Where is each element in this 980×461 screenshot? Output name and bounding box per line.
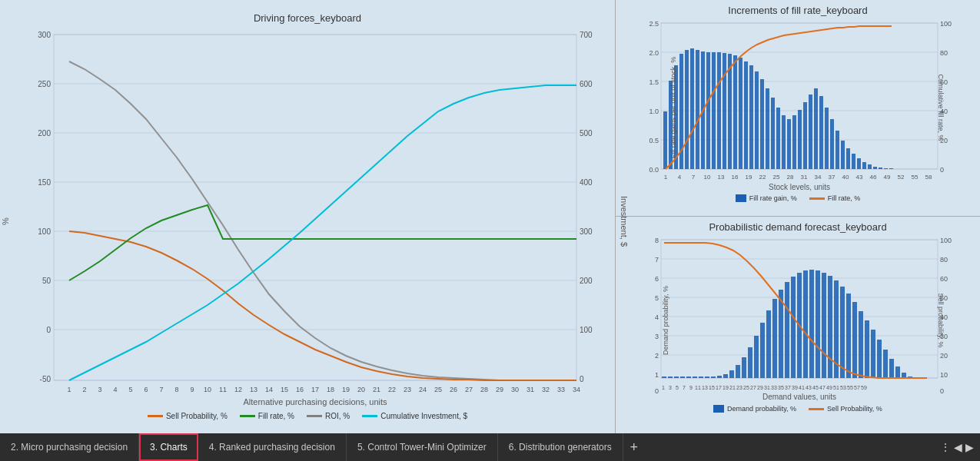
svg-text:16: 16	[732, 174, 739, 181]
svg-text:300: 300	[38, 31, 51, 39]
svg-text:400: 400	[580, 178, 593, 187]
tab-next-icon[interactable]: ▶	[965, 441, 974, 453]
svg-text:14: 14	[265, 386, 273, 393]
svg-text:0.0: 0.0	[649, 166, 659, 174]
tab-charts[interactable]: 3. Charts	[139, 433, 198, 461]
svg-text:25: 25	[434, 386, 442, 393]
legend-sell-prob-line: Sell Probability, %	[809, 405, 882, 413]
svg-rect-231	[846, 294, 851, 378]
svg-text:39: 39	[792, 385, 798, 390]
svg-text:13: 13	[250, 386, 257, 393]
svg-text:8: 8	[174, 386, 178, 393]
svg-rect-204	[680, 376, 685, 378]
svg-rect-215	[748, 347, 752, 378]
svg-text:57: 57	[854, 385, 860, 390]
svg-rect-121	[776, 108, 780, 169]
svg-text:15: 15	[709, 385, 715, 390]
tab-bar: 2. Micro purchasing decision 3. Charts 4…	[0, 433, 980, 461]
svg-rect-122	[782, 115, 786, 169]
svg-text:55: 55	[847, 385, 853, 390]
left-y-label-left: %	[1, 217, 10, 225]
svg-text:19: 19	[342, 386, 350, 393]
svg-text:17: 17	[311, 386, 319, 393]
svg-rect-141	[884, 168, 888, 169]
svg-text:50: 50	[42, 277, 51, 285]
svg-rect-216	[754, 336, 759, 378]
svg-rect-210	[717, 376, 722, 378]
svg-text:2.5: 2.5	[649, 20, 659, 28]
svg-rect-225	[809, 270, 814, 378]
right-bottom-title: Probabilistic demand forecast_keyboard	[620, 221, 976, 233]
svg-text:100: 100	[580, 326, 593, 334]
svg-text:34: 34	[815, 174, 822, 181]
svg-text:0.5: 0.5	[649, 137, 659, 144]
svg-rect-235	[871, 330, 875, 378]
tab-ranked-purchasing[interactable]: 4. Ranked purchasing decision	[198, 433, 347, 461]
left-chart-svg: 300 250 200 150 100 50 0 -50 700 600 500…	[23, 27, 607, 415]
tab-add-button[interactable]: +	[623, 436, 645, 458]
tab-nav-icons: ⋮ ◀ ▶	[940, 441, 980, 453]
svg-text:700: 700	[580, 31, 593, 39]
right-bottom-legend: Demand probability, % Sell Probability, …	[620, 405, 976, 413]
right-bottom-y-left: Demand probability, %	[662, 274, 669, 366]
svg-rect-109	[712, 52, 716, 169]
svg-rect-135	[852, 154, 855, 169]
svg-text:0: 0	[940, 387, 944, 395]
svg-text:31: 31	[764, 385, 770, 390]
svg-text:5: 5	[128, 386, 132, 393]
svg-text:Demand values, units: Demand values, units	[762, 393, 836, 401]
svg-rect-110	[717, 52, 721, 169]
svg-rect-100	[663, 111, 667, 169]
svg-text:23: 23	[736, 385, 742, 390]
svg-text:53: 53	[840, 385, 846, 390]
tab-distribution-generators[interactable]: 6. Distribution generators	[498, 433, 623, 461]
tab-micro-purchasing[interactable]: 2. Micro purchasing decision	[0, 433, 139, 461]
tab-prev-icon[interactable]: ◀	[954, 441, 962, 453]
svg-rect-115	[744, 61, 748, 169]
svg-rect-124	[792, 115, 796, 169]
svg-text:150: 150	[38, 178, 51, 187]
svg-rect-211	[723, 374, 728, 378]
svg-rect-206	[693, 376, 697, 378]
svg-text:31: 31	[527, 386, 534, 393]
svg-text:10: 10	[940, 371, 948, 379]
left-chart-title: Driving forces_keyboard	[4, 12, 611, 24]
right-bottom-svg: 8 7 6 5 4 3 2 1 0 100 80 60	[638, 236, 968, 405]
svg-text:19: 19	[723, 385, 729, 390]
svg-text:29: 29	[757, 385, 763, 390]
svg-text:4: 4	[655, 313, 659, 321]
right-panel: Increments of fill rate_keyboard Fill ra…	[615, 0, 980, 433]
svg-rect-238	[889, 359, 894, 378]
svg-rect-132	[835, 131, 839, 169]
svg-rect-226	[816, 270, 820, 378]
svg-rect-128	[814, 88, 818, 169]
svg-text:23: 23	[404, 386, 411, 393]
svg-text:21: 21	[373, 386, 380, 393]
svg-rect-230	[840, 287, 845, 378]
svg-text:1: 1	[655, 371, 659, 379]
tab-control-tower[interactable]: 5. Control Tower-Mini Optimizer	[347, 433, 498, 461]
svg-text:200: 200	[38, 129, 51, 138]
svg-text:11: 11	[695, 385, 701, 390]
svg-text:-50: -50	[40, 375, 51, 383]
svg-rect-201	[662, 376, 666, 378]
svg-text:41: 41	[799, 385, 805, 390]
svg-rect-108	[706, 52, 710, 169]
svg-text:0: 0	[940, 166, 944, 174]
tab-more-icon[interactable]: ⋮	[940, 441, 951, 453]
svg-text:Alternative purchasing decisio: Alternative purchasing decisions, units	[243, 397, 387, 406]
svg-rect-224	[803, 270, 808, 378]
svg-text:59: 59	[861, 385, 867, 390]
svg-rect-208	[705, 376, 709, 378]
svg-rect-118	[760, 79, 764, 169]
svg-rect-221	[785, 282, 789, 378]
svg-rect-0	[54, 35, 576, 380]
left-panel: Driving forces_keyboard % Investment, $	[0, 0, 615, 433]
svg-text:51: 51	[833, 385, 839, 390]
svg-rect-139	[873, 167, 877, 169]
svg-text:2: 2	[82, 386, 86, 393]
svg-text:18: 18	[327, 386, 334, 393]
svg-rect-104	[685, 50, 689, 169]
svg-text:600: 600	[580, 80, 593, 88]
svg-text:28: 28	[787, 174, 794, 181]
